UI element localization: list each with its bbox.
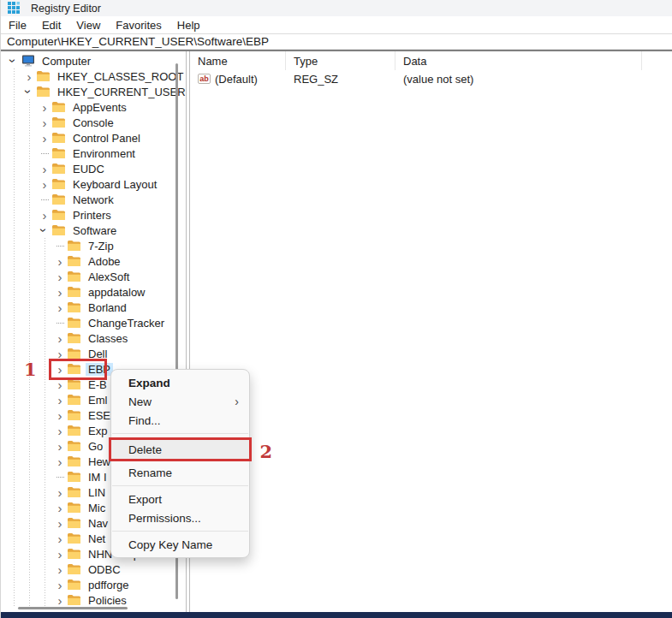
chevron-expanded-icon[interactable]: › bbox=[21, 84, 37, 99]
chevron-collapsed-icon[interactable]: › bbox=[52, 438, 68, 454]
tree-item-network[interactable]: Network bbox=[1, 192, 186, 207]
folder-icon bbox=[68, 579, 81, 590]
chevron-collapsed-icon[interactable]: › bbox=[52, 515, 68, 531]
tree-item-control-panel[interactable]: ›Control Panel bbox=[1, 130, 186, 146]
chevron-collapsed-icon[interactable]: › bbox=[52, 592, 68, 608]
menu-item-label: Delete bbox=[128, 443, 162, 456]
tree-item-pdfforge[interactable]: ›pdfforge bbox=[1, 577, 186, 592]
chevron-collapsed-icon[interactable]: › bbox=[52, 577, 68, 592]
chevron-expanded-icon[interactable]: › bbox=[6, 53, 21, 68]
chevron-collapsed-icon[interactable]: › bbox=[52, 330, 68, 346]
chevron-collapsed-icon[interactable]: › bbox=[52, 300, 68, 315]
tree-guide-line bbox=[6, 392, 21, 407]
folder-icon bbox=[68, 518, 81, 528]
tree-item-computer[interactable]: ›Computer bbox=[1, 53, 186, 68]
value-row-default[interactable]: ab (Default) REG_SZ (value not set) bbox=[190, 70, 672, 87]
context-menu-item-expand[interactable]: Expand bbox=[111, 373, 249, 392]
chevron-collapsed-icon[interactable]: › bbox=[52, 253, 68, 269]
context-menu-item-rename[interactable]: Rename bbox=[111, 463, 249, 482]
menubar-item-view[interactable]: View bbox=[68, 19, 108, 32]
registry-editor-window: Registry Editor FileEditViewFavoritesHel… bbox=[0, 0, 672, 618]
context-menu-item-find[interactable]: Find... bbox=[111, 411, 249, 430]
tree-item-alexsoft[interactable]: ›AlexSoft bbox=[1, 269, 186, 284]
chevron-collapsed-icon[interactable]: › bbox=[37, 207, 52, 223]
context-menu-item-copy-key-name[interactable]: Copy Key Name bbox=[111, 535, 249, 554]
folder-icon bbox=[68, 425, 81, 436]
tree-item-hkey-classes-root[interactable]: ›HKEY_CLASSES_ROOT bbox=[1, 68, 186, 84]
folder-icon bbox=[52, 117, 66, 128]
menubar-item-edit[interactable]: Edit bbox=[34, 19, 68, 32]
tree-item-environment[interactable]: Environment bbox=[1, 146, 186, 161]
tree-item-hkey-current-user[interactable]: ›HKEY_CURRENT_USER bbox=[1, 84, 186, 99]
tree-item-appdatalow[interactable]: ›appdatalow bbox=[1, 284, 186, 300]
chevron-collapsed-icon[interactable]: › bbox=[52, 346, 68, 361]
tree-item-odbc[interactable]: ›ODBC bbox=[1, 562, 186, 577]
folder-icon bbox=[68, 441, 81, 451]
chevron-collapsed-icon[interactable]: › bbox=[52, 269, 68, 284]
context-menu-item-new[interactable]: New› bbox=[111, 392, 249, 411]
chevron-collapsed-icon[interactable]: › bbox=[37, 99, 52, 115]
tree-guide-line bbox=[21, 500, 37, 515]
column-header-data[interactable]: Data bbox=[395, 51, 642, 70]
chevron-collapsed-icon[interactable]: › bbox=[37, 161, 52, 176]
menubar-item-help[interactable]: Help bbox=[169, 19, 208, 32]
tree-guide-line bbox=[21, 315, 37, 330]
menubar-item-favorites[interactable]: Favorites bbox=[108, 19, 169, 32]
context-menu-item-export[interactable]: Export bbox=[111, 490, 249, 508]
chevron-collapsed-icon[interactable]: › bbox=[52, 546, 68, 562]
tree-guide-line bbox=[37, 392, 52, 407]
tree-item-label: Classes bbox=[86, 332, 130, 345]
tree-item-appevents[interactable]: ›AppEvents bbox=[1, 99, 186, 115]
tree-item-classes[interactable]: ›Classes bbox=[1, 330, 186, 346]
tree-guide-line bbox=[21, 269, 37, 284]
tree-item-borland[interactable]: ›Borland bbox=[1, 300, 186, 315]
chevron-collapsed-icon[interactable]: › bbox=[52, 500, 68, 515]
chevron-collapsed-icon[interactable]: › bbox=[37, 115, 52, 130]
tree-item-policies[interactable]: ›Policies bbox=[1, 592, 186, 608]
tree-item-console[interactable]: ›Console bbox=[1, 115, 186, 130]
tree-guide-line bbox=[6, 469, 21, 484]
tree-item-keyboard-layout[interactable]: ›Keyboard Layout bbox=[1, 176, 186, 192]
address-bar[interactable]: Computer\HKEY_CURRENT_USER\Software\EBP bbox=[1, 33, 672, 50]
chevron-collapsed-icon[interactable]: › bbox=[52, 377, 68, 392]
chevron-collapsed-icon[interactable]: › bbox=[52, 361, 68, 377]
chevron-collapsed-icon[interactable]: › bbox=[52, 484, 68, 500]
taskbar-edge bbox=[1, 612, 672, 618]
tree-item-label: Borland bbox=[86, 301, 129, 314]
chevron-collapsed-icon[interactable]: › bbox=[37, 130, 52, 146]
chevron-collapsed-icon[interactable]: › bbox=[52, 392, 68, 407]
chevron-collapsed-icon[interactable]: › bbox=[52, 531, 68, 546]
context-menu-item-permissions[interactable]: Permissions... bbox=[111, 508, 249, 527]
menu-item-label: Export bbox=[128, 493, 162, 506]
chevron-collapsed-icon[interactable]: › bbox=[52, 454, 68, 469]
chevron-collapsed-icon[interactable]: › bbox=[52, 284, 68, 300]
folder-icon bbox=[37, 86, 51, 97]
chevron-collapsed-icon[interactable]: › bbox=[21, 68, 37, 84]
menubar-item-file[interactable]: File bbox=[1, 19, 34, 32]
chevron-collapsed-icon[interactable]: › bbox=[37, 176, 52, 192]
tree-guide-line bbox=[6, 454, 21, 469]
folder-icon bbox=[68, 395, 81, 405]
tree-guide-line bbox=[37, 269, 52, 284]
context-menu-item-delete[interactable]: Delete2 bbox=[109, 437, 252, 461]
value-data-cell: (value not set) bbox=[395, 73, 642, 86]
column-header-name[interactable]: Name bbox=[190, 51, 286, 70]
chevron-collapsed-icon[interactable]: › bbox=[52, 562, 68, 577]
tree-item-7-zip[interactable]: 7-Zip bbox=[1, 238, 186, 253]
folder-icon bbox=[68, 487, 81, 497]
tree-guide-line bbox=[37, 546, 52, 562]
tree-item-printers[interactable]: ›Printers bbox=[1, 207, 186, 223]
column-header-type[interactable]: Type bbox=[286, 51, 395, 70]
tree-item-software[interactable]: ›Software bbox=[1, 223, 186, 238]
tree-guide-line bbox=[6, 407, 21, 423]
folder-icon bbox=[68, 318, 81, 328]
chevron-collapsed-icon[interactable]: › bbox=[52, 423, 68, 438]
tree-horizontal-scrollbar[interactable] bbox=[18, 607, 128, 609]
chevron-collapsed-icon[interactable]: › bbox=[52, 407, 68, 423]
chevron-expanded-icon[interactable]: › bbox=[37, 223, 52, 238]
tree-item-adobe[interactable]: ›Adobe bbox=[1, 253, 186, 269]
tree-item-changetracker[interactable]: ChangeTracker bbox=[1, 315, 186, 330]
tree-item-eudc[interactable]: ›EUDC bbox=[1, 161, 186, 176]
menubar: FileEditViewFavoritesHelp bbox=[1, 16, 672, 33]
tree-item-label: EBP bbox=[86, 363, 113, 376]
